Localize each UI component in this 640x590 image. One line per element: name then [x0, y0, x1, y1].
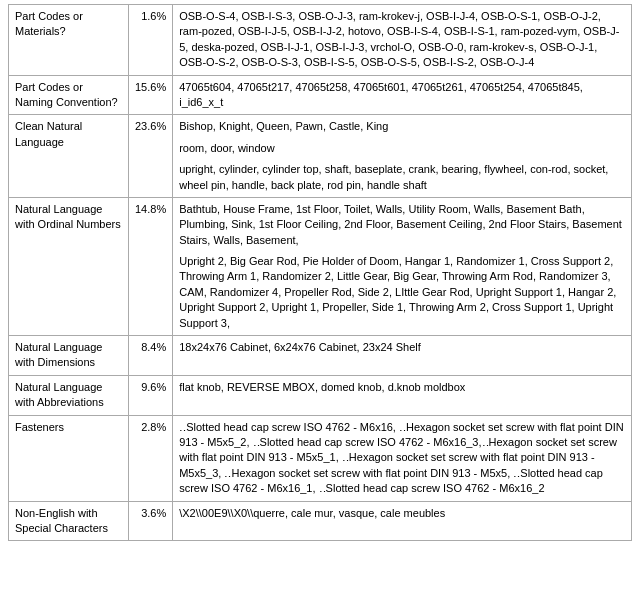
row-content: Bathtub, House Frame, 1st Floor, Toilet,…	[173, 197, 632, 335]
row-percentage: 2.8%	[129, 415, 173, 501]
table-row: Natural Language with Ordinal Numbers14.…	[9, 197, 632, 335]
row-percentage: 15.6%	[129, 75, 173, 115]
content-paragraph: \X2\\00E9\\X0\\querre, cale mur, vasque,…	[179, 506, 625, 521]
row-percentage: 3.6%	[129, 501, 173, 541]
table-row: Fasteners2.8%‥Slotted head cap screw ISO…	[9, 415, 632, 501]
content-paragraph: flat knob, REVERSE MBOX, domed knob, d.k…	[179, 380, 625, 395]
row-content: 47065t604, 47065t217, 47065t258, 47065t6…	[173, 75, 632, 115]
row-percentage: 14.8%	[129, 197, 173, 335]
row-label: Natural Language with Ordinal Numbers	[9, 197, 129, 335]
content-paragraph: Upright 2, Big Gear Rod, Pie Holder of D…	[179, 254, 625, 331]
content-paragraph: OSB-O-S-4, OSB-I-S-3, OSB-O-J-3, ram-kro…	[179, 9, 625, 71]
content-paragraph: 18x24x76 Cabinet, 6x24x76 Cabinet, 23x24…	[179, 340, 625, 355]
row-percentage: 9.6%	[129, 375, 173, 415]
row-content: \X2\\00E9\\X0\\querre, cale mur, vasque,…	[173, 501, 632, 541]
row-label: Clean Natural Language	[9, 115, 129, 198]
table-row: Clean Natural Language23.6%Bishop, Knigh…	[9, 115, 632, 198]
row-label: Part Codes or Naming Convention?	[9, 75, 129, 115]
row-content: OSB-O-S-4, OSB-I-S-3, OSB-O-J-3, ram-kro…	[173, 5, 632, 76]
content-paragraph: Bishop, Knight, Queen, Pawn, Castle, Kin…	[179, 119, 625, 134]
content-paragraph: room, door, window	[179, 141, 625, 156]
row-content: flat knob, REVERSE MBOX, domed knob, d.k…	[173, 375, 632, 415]
row-percentage: 1.6%	[129, 5, 173, 76]
row-content: 18x24x76 Cabinet, 6x24x76 Cabinet, 23x24…	[173, 336, 632, 376]
row-label: Non-English with Special Characters	[9, 501, 129, 541]
table-row: Natural Language with Abbreviations9.6%f…	[9, 375, 632, 415]
content-paragraph: Bathtub, House Frame, 1st Floor, Toilet,…	[179, 202, 625, 248]
row-label: Natural Language with Dimensions	[9, 336, 129, 376]
table-row: Natural Language with Dimensions8.4%18x2…	[9, 336, 632, 376]
content-paragraph: 47065t604, 47065t217, 47065t258, 47065t6…	[179, 80, 625, 111]
row-label: Natural Language with Abbreviations	[9, 375, 129, 415]
row-label: Fasteners	[9, 415, 129, 501]
content-paragraph: upright, cylinder, cylinder top, shaft, …	[179, 162, 625, 193]
row-content: Bishop, Knight, Queen, Pawn, Castle, Kin…	[173, 115, 632, 198]
table-row: Non-English with Special Characters3.6%\…	[9, 501, 632, 541]
data-table: Part Codes or Materials?1.6%OSB-O-S-4, O…	[8, 4, 632, 541]
table-row: Part Codes or Naming Convention?15.6%470…	[9, 75, 632, 115]
table-row: Part Codes or Materials?1.6%OSB-O-S-4, O…	[9, 5, 632, 76]
content-paragraph: ‥Slotted head cap screw ISO 4762 - M6x16…	[179, 420, 625, 497]
main-table-container: Part Codes or Materials?1.6%OSB-O-S-4, O…	[0, 0, 640, 545]
row-content: ‥Slotted head cap screw ISO 4762 - M6x16…	[173, 415, 632, 501]
row-label: Part Codes or Materials?	[9, 5, 129, 76]
row-percentage: 8.4%	[129, 336, 173, 376]
row-percentage: 23.6%	[129, 115, 173, 198]
